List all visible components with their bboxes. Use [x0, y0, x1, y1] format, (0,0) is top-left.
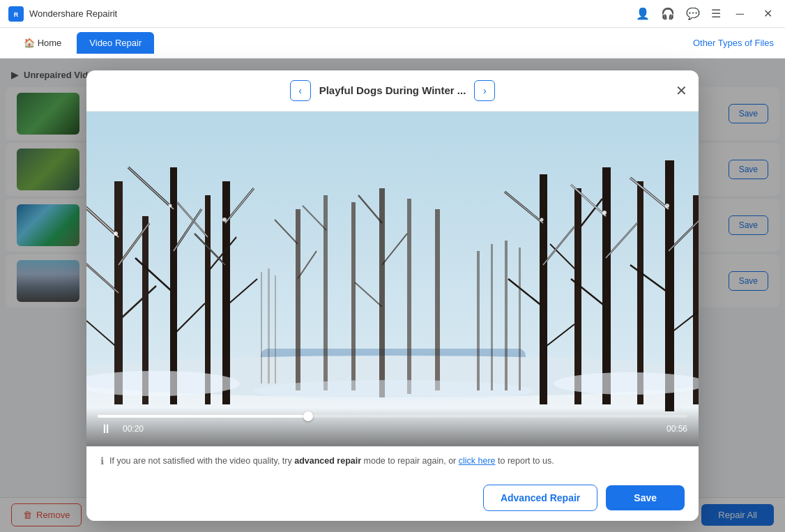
next-button[interactable]: ›: [474, 80, 495, 101]
advanced-repair-button[interactable]: Advanced Repair: [483, 485, 597, 511]
winter-scene-svg: [86, 112, 699, 446]
svg-rect-49: [637, 181, 643, 404]
current-time: 00:20: [123, 424, 144, 434]
video-controls: ⏸ 00:20 00:56: [86, 408, 699, 446]
svg-rect-24: [205, 195, 211, 404]
other-types-link[interactable]: Other Types of Files: [693, 38, 774, 48]
tab-video-repair[interactable]: Video Repair: [77, 32, 154, 54]
chat-icon[interactable]: 💬: [686, 7, 700, 20]
svg-rect-82: [505, 241, 508, 390]
modal-title: Playful Dogs During Winter ...: [319, 84, 466, 96]
progress-thumb: [303, 411, 313, 421]
report-link[interactable]: click here: [459, 456, 496, 466]
modal-nav: ‹ Playful Dogs During Winter ... ›: [290, 80, 496, 101]
pause-button[interactable]: ⏸: [98, 422, 114, 436]
modal-close-button[interactable]: ✕: [676, 84, 687, 98]
svg-point-75: [602, 211, 607, 215]
svg-rect-34: [296, 209, 300, 390]
close-button[interactable]: ✕: [759, 6, 777, 22]
svg-rect-85: [268, 268, 270, 383]
svg-rect-48: [602, 167, 611, 404]
modal-save-button[interactable]: Save: [606, 485, 685, 510]
svg-rect-25: [222, 181, 230, 404]
menu-icon[interactable]: ☰: [711, 7, 721, 20]
svg-rect-47: [574, 188, 581, 404]
svg-point-72: [169, 204, 172, 207]
titlebar-right: 👤 🎧 💬 ☰ ─ ✕: [636, 6, 777, 22]
svg-point-74: [540, 218, 544, 221]
chevron-left-icon: ‹: [298, 85, 302, 96]
headset-icon[interactable]: 🎧: [661, 7, 675, 20]
controls-row: ⏸ 00:20 00:56: [98, 422, 687, 436]
video-preview-modal: ‹ Playful Dogs During Winter ... › ✕: [86, 70, 699, 521]
app-title: Wondershare Repairit: [29, 8, 117, 19]
chevron-right-icon: ›: [483, 85, 487, 96]
tab-home[interactable]: 🏠 Home: [11, 32, 74, 54]
minimize-button[interactable]: ─: [732, 6, 748, 22]
app-logo: R: [8, 6, 24, 22]
progress-bar[interactable]: [98, 415, 687, 418]
main-content: ▶ Unrepaired Video forest_path_autumn.mp…: [0, 59, 785, 532]
total-time: 00:56: [666, 424, 687, 434]
navbar: 🏠 Home Video Repair Other Types of Files: [0, 28, 785, 59]
svg-rect-36: [351, 202, 356, 390]
info-icon: ℹ: [100, 455, 104, 466]
svg-text:R: R: [14, 11, 19, 18]
svg-point-73: [222, 218, 227, 222]
home-icon: 🏠: [24, 38, 35, 48]
modal-overlay: ‹ Playful Dogs During Winter ... › ✕: [0, 59, 785, 532]
modal-header: ‹ Playful Dogs During Winter ... › ✕: [86, 70, 699, 112]
video-scene: ⏸ 00:20 00:56: [86, 112, 699, 446]
prev-button[interactable]: ‹: [290, 80, 311, 101]
modal-footer: Advanced Repair Save: [86, 475, 699, 521]
svg-rect-80: [477, 251, 480, 390]
svg-rect-81: [491, 244, 493, 390]
svg-rect-86: [275, 275, 276, 383]
svg-rect-38: [407, 199, 411, 394]
titlebar: R Wondershare Repairit 👤 🎧 💬 ☰ ─ ✕: [0, 0, 785, 28]
svg-rect-17: [170, 167, 177, 404]
video-container: ⏸ 00:20 00:56: [86, 112, 699, 446]
svg-rect-35: [323, 195, 328, 390]
svg-rect-84: [261, 272, 262, 383]
svg-rect-83: [519, 248, 521, 390]
modal-info-bar: ℹ If you are not satisfied with the vide…: [86, 446, 699, 475]
titlebar-left: R Wondershare Repairit: [8, 6, 117, 22]
svg-rect-39: [435, 209, 440, 390]
svg-rect-46: [540, 174, 547, 404]
info-text: If you are not satisfied with the video …: [109, 456, 554, 466]
person-icon[interactable]: 👤: [636, 7, 650, 20]
progress-fill: [98, 415, 308, 418]
svg-point-76: [665, 204, 669, 208]
svg-point-71: [114, 231, 118, 236]
